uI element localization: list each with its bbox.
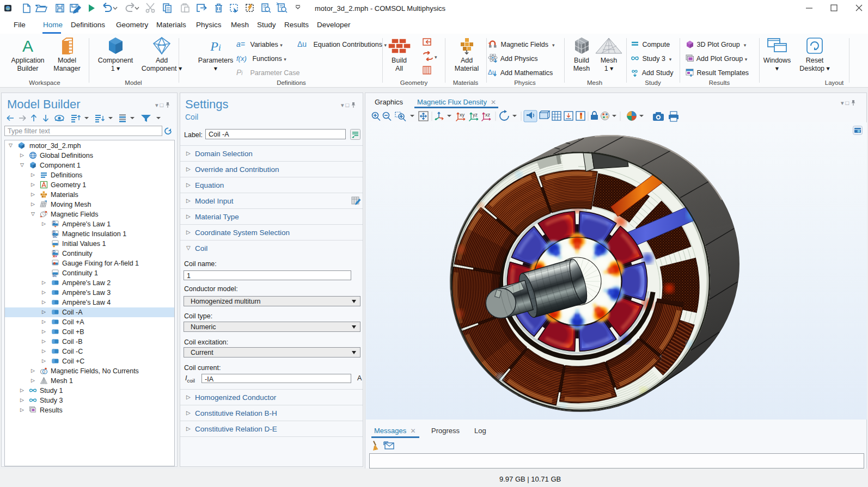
svg-text:▾: ▾ xyxy=(435,54,437,60)
svg-text:DC: DC xyxy=(53,235,57,238)
svg-text:xy: xy xyxy=(460,112,465,118)
svg-text:a=: a= xyxy=(236,40,245,48)
svg-text:+: + xyxy=(40,215,42,218)
svg-text:Pi: Pi xyxy=(210,39,221,53)
svg-text:yz: yz xyxy=(473,112,478,118)
svg-text:xz: xz xyxy=(485,112,491,118)
svg-text:f(x): f(x) xyxy=(236,54,247,63)
svg-text:D: D xyxy=(53,220,56,224)
svg-text:DC: DC xyxy=(53,274,57,278)
svg-text:A: A xyxy=(22,37,33,54)
svg-text:D: D xyxy=(53,230,56,234)
svg-text:D: D xyxy=(53,250,56,254)
svg-text:Δu: Δu xyxy=(297,40,307,48)
svg-text:Pi: Pi xyxy=(236,68,243,77)
svg-text:+: + xyxy=(488,41,491,46)
